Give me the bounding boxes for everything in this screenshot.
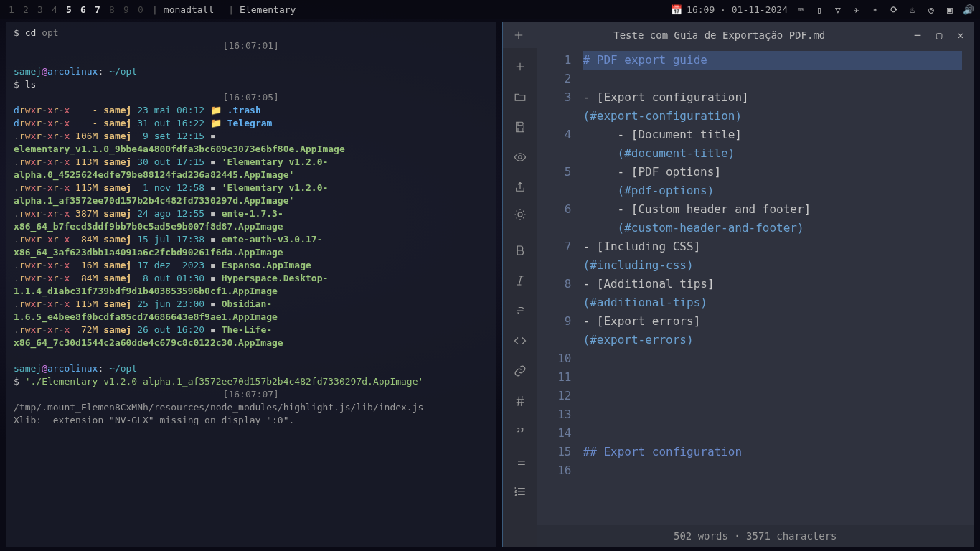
workspace-8[interactable]: 8 [106,4,118,15]
separator: | [228,4,234,15]
status-text: 502 words · 3571 characters [674,530,837,542]
code-line[interactable] [583,387,963,405]
bold-icon[interactable] [507,237,533,263]
battery-icon[interactable]: ▯ [814,4,825,15]
save-icon[interactable] [507,114,533,140]
sync-icon[interactable]: ⟳ [888,4,900,15]
code-line[interactable]: (#document-title) [583,144,963,163]
close-button[interactable]: ✕ [955,29,966,41]
terminal-window[interactable]: $ cd opt [16:07:01] samej@arcolinux: ~/o… [6,22,496,547]
code-line[interactable]: (#including-css) [583,256,963,275]
ol-icon[interactable] [507,479,533,504]
eye-icon[interactable] [507,144,533,170]
keyboard-icon[interactable]: ⌨ [795,4,806,15]
maximize-button[interactable]: ▢ [933,29,945,41]
code-line[interactable]: (#pdf-options) [583,182,963,200]
flame-icon[interactable]: ♨ [907,4,918,15]
clock-text: 16:09 · 01-11-2024 [687,4,788,15]
workspace-4[interactable]: 4 [49,4,60,15]
code-line[interactable] [583,349,963,368]
workspace-7[interactable]: 7 [92,4,103,15]
telegram-icon[interactable]: ✈ [851,4,862,15]
workspace-9[interactable]: 9 [121,4,132,15]
dots-icon[interactable] [507,509,533,534]
update-icon[interactable]: ◎ [925,4,937,15]
code-line[interactable]: - [Export configuration] [583,88,963,107]
plus-icon[interactable] [507,54,533,80]
workspace-1[interactable]: 1 [6,4,17,15]
code-content[interactable]: # PDF export guide- [Export configuratio… [583,51,974,525]
code-line[interactable]: - [PDF options] [583,163,963,182]
editor-window: Teste com Guia de Exportação PDF.md ─ ▢ … [502,22,975,547]
code-line[interactable] [583,461,963,480]
volume-icon[interactable]: 🔊 [963,4,974,15]
active-window-title: Elementary [240,4,296,15]
share-icon[interactable] [507,174,533,200]
bluetooth-icon[interactable]: ∗ [870,4,881,15]
code-line[interactable] [583,368,963,387]
code-line[interactable]: ## Export configuration [583,443,963,461]
italic-icon[interactable] [507,268,533,293]
code-line[interactable] [583,70,963,88]
code-line[interactable]: (#export-errors) [583,331,963,349]
layout-name[interactable]: monadtall [164,4,214,15]
gear-icon[interactable] [507,204,533,230]
editor-titlebar: Teste com Guia de Exportação PDF.md ─ ▢ … [503,22,974,48]
code-line[interactable]: (#export-configuration) [583,107,963,126]
clock-widget[interactable]: 📅 16:09 · 01-11-2024 [671,4,788,15]
workspace-0[interactable]: 0 [135,4,146,15]
editor-statusbar: 502 words · 3571 characters [537,525,974,547]
code-line[interactable]: (#custom-header-and-footer) [583,219,963,237]
code-line[interactable]: - [Export errors] [583,312,963,331]
line-gutter: 12345678910111213141516 [537,51,583,525]
workspace-3[interactable]: 3 [34,4,46,15]
code-line[interactable]: - [Document title] [583,126,963,144]
code-line[interactable]: # PDF export guide [583,51,963,70]
code-line[interactable]: (#additional-tips) [583,293,963,312]
calendar-icon: 📅 [671,4,682,15]
strike-icon[interactable] [507,298,533,324]
ul-icon[interactable] [507,448,533,474]
top-bar: 1234567890 | monadtall | Elementary 📅 16… [0,0,980,19]
folder-icon[interactable] [507,84,533,110]
picture-icon[interactable]: ▣ [944,4,956,15]
new-file-icon[interactable] [510,27,527,44]
quote-icon[interactable] [507,418,533,444]
hash-icon[interactable] [507,388,533,414]
code-line[interactable]: - [Custom header and footer] [583,200,963,219]
link-icon[interactable] [507,358,533,384]
workspace-2[interactable]: 2 [20,4,32,15]
minimize-button[interactable]: ─ [912,29,923,41]
code-icon[interactable] [507,328,533,354]
editor-sidebar [503,48,537,547]
code-line[interactable] [583,424,963,443]
code-line[interactable]: - [Including CSS] [583,237,963,256]
workspace-5[interactable]: 5 [63,4,75,15]
wifi-icon[interactable]: ▽ [832,4,844,15]
code-line[interactable] [583,405,963,424]
separator: | [152,4,158,15]
workspace-6[interactable]: 6 [77,4,89,15]
workspace-indicator: 1234567890 [6,4,146,15]
code-line[interactable]: - [Additional tips] [583,275,963,293]
system-tray: 📅 16:09 · 01-11-2024 ⌨ ▯ ▽ ✈ ∗ ⟳ ♨ ◎ ▣ 🔊 [671,4,974,15]
document-title: Teste com Guia de Exportação PDF.md [527,29,913,41]
